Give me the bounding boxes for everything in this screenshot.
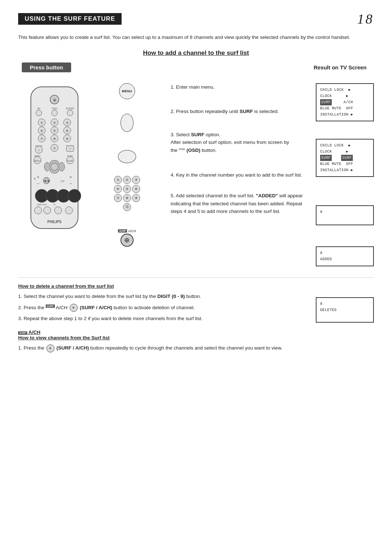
step2-text: 2. Press button repeatedly until SURF is… [171, 108, 312, 116]
svg-point-45 [51, 163, 58, 170]
svg-text:+: + [70, 175, 72, 179]
tv-screen-2: CHILD LOCK ▶ CLOCK ▶ SURF SURF BLUE MUTE… [316, 139, 374, 177]
numpad-6: ⑥ [132, 185, 140, 193]
result-header: Result on TV Screen [310, 62, 370, 72]
surf-circle-button: ⊕ [121, 234, 134, 247]
numpad-2: ② [123, 176, 131, 184]
svg-text:PHILIPS: PHILIPS [48, 220, 62, 224]
svg-text:◄◄: ◄◄ [43, 179, 50, 183]
step1-text: 1. Enter main menu. [171, 83, 312, 91]
svg-point-62 [54, 207, 62, 214]
svg-text:⏻: ⏻ [53, 98, 56, 102]
screen2-line2: CLOCK ▶ [320, 149, 369, 155]
button-column: MENU ① ② ③ ④ ⑤ ⑥ ⑦ ⑧ ⑨ ⓪ [91, 76, 163, 266]
surf-badge: SURF [118, 229, 127, 233]
delete-content-row: How to delete a channel from the surf li… [18, 283, 374, 356]
numpad-3: ③ [132, 176, 140, 184]
delete-step2: 2. Press the SURF A/CH ⊕ (SURF / A/CH) b… [18, 304, 309, 312]
numpad-4: ④ [114, 185, 122, 193]
svg-text:⑧: ⑧ [53, 137, 56, 141]
svg-text:−: − [37, 181, 39, 186]
svg-text:⑤: ⑤ [53, 129, 56, 133]
step1-button: MENU [119, 83, 135, 99]
step2-button [121, 114, 134, 132]
svg-point-60 [34, 207, 42, 214]
delete-section: How to delete a channel from the surf li… [18, 277, 374, 356]
svg-text:OSD: OSD [52, 107, 57, 110]
svg-point-7 [52, 110, 57, 116]
svg-point-63 [65, 207, 73, 214]
screen2-line4: BLUE MUTE OFF [320, 161, 369, 167]
intro-text: This feature allows you to create a surf… [18, 33, 374, 41]
svg-point-43 [44, 162, 50, 171]
svg-point-44 [59, 162, 65, 171]
numpad-0: ⓪ [123, 203, 131, 211]
step5-text: 5. Add selected channel to the surf list… [171, 192, 312, 215]
svg-text:②: ② [53, 121, 56, 125]
view-step1: 1. Press the ⊕ (SURF / A/CH) button repe… [18, 344, 309, 352]
view-section-title: SURF A/CH How to view channels from the … [18, 330, 309, 340]
delete-step3: 3. Repeat the above step 1 to 2 if you w… [18, 315, 309, 323]
svg-text:⑦: ⑦ [40, 137, 43, 141]
surf-badge-view: SURF A/CH [18, 330, 40, 335]
osd-button-icon [118, 150, 136, 163]
svg-text:SLEEP: SLEEP [66, 107, 74, 110]
step3-button [118, 150, 136, 163]
surf-badge-inline: SURF A/CH [46, 305, 68, 310]
screen4-line1: 8 [320, 250, 369, 256]
svg-text:−: − [70, 181, 72, 186]
delete-step1: 1. Select the channel you want to delete… [18, 292, 309, 301]
screen2-line1: CHILD LOCK ▶ [320, 142, 369, 149]
numpad-7: ⑦ [114, 194, 122, 202]
svg-point-57 [68, 189, 81, 202]
ach-label: A/CH [128, 229, 136, 233]
svg-text:④: ④ [40, 129, 43, 133]
menu-button-icon: MENU [119, 83, 135, 99]
column-headers: Press button Result on TV Screen [18, 62, 374, 72]
delete-tv-screen: 8 DELETED [316, 297, 374, 323]
numpad-8: ⑧ [123, 194, 131, 202]
step4-button: ① ② ③ ④ ⑤ ⑥ ⑦ ⑧ ⑨ ⓪ [114, 176, 140, 211]
svg-text:①: ① [40, 121, 43, 125]
step3-text: 3. Select SURF option. After selection o… [171, 131, 312, 154]
delete-text-column: How to delete a channel from the surf li… [18, 283, 309, 356]
screen4-line2: ADDED [320, 256, 369, 262]
svg-text:◄: ◄ [33, 177, 36, 180]
svg-point-8 [67, 110, 73, 116]
numpad-1: ① [114, 176, 122, 184]
section-title: How to add a channel to the surf list [18, 49, 374, 57]
svg-text:♪: ♪ [38, 148, 40, 152]
screen2-line5: INSTALLATION ▶ [320, 167, 369, 173]
numpad-icon: ① ② ③ ④ ⑤ ⑥ ⑦ ⑧ ⑨ ⓪ [114, 176, 140, 211]
surf-button-inline-icon: ⊕ [70, 304, 78, 312]
step4-text: 4. Key in the channel number you want to… [171, 171, 312, 179]
surf-view-button-icon: ⊕ [46, 344, 54, 352]
svg-point-61 [44, 207, 51, 214]
page-title: Using the Surf Feature [18, 13, 122, 25]
svg-text:MENU: MENU [34, 160, 41, 162]
tv-screen-1: CHILD LOCK ▶ CLOCK ▶ SURF A/CH BLUE MUTE… [316, 83, 374, 121]
delete-screen-line1: 8 [320, 301, 369, 307]
svg-text:SURF: SURF [67, 160, 73, 162]
oval-button-icon [121, 114, 134, 132]
delete-screen-line2: DELETED [320, 307, 369, 313]
svg-text:AV: AV [37, 107, 41, 110]
svg-text:⑥: ⑥ [66, 129, 69, 133]
screen1-line2: CLOCK ▶ [320, 93, 369, 99]
screen1-line3: SURF A/CH [320, 99, 369, 105]
screen2-line3: SURF SURF [320, 155, 369, 161]
numpad-9: ⑨ [132, 194, 140, 202]
delete-section-title: How to delete a channel from the surf li… [18, 283, 309, 289]
screen1-line5: INSTALLATION ▶ [320, 112, 369, 118]
surf-label: SURF A/CH [118, 229, 136, 233]
numpad-5: ⑤ [123, 185, 131, 193]
page-number: 18 [357, 11, 374, 27]
step5-button: SURF A/CH ⊕ [118, 229, 136, 247]
tv-screen-4: 8 ADDED [316, 246, 374, 266]
screen3-line1: 8 [320, 209, 369, 215]
press-button-header: Press button [22, 62, 71, 72]
main-content: ⏻ AV OSD SLEEP ① ② ③ ④ ⑤ ⑥ ⑦ ⑧ [18, 76, 374, 266]
svg-text:SURF A/CH: SURF A/CH [37, 203, 47, 206]
tv-screens-column: CHILD LOCK ▶ CLOCK ▶ SURF A/CH BLUE MUTE… [316, 76, 374, 266]
delete-screen-column: 8 DELETED [316, 283, 374, 323]
